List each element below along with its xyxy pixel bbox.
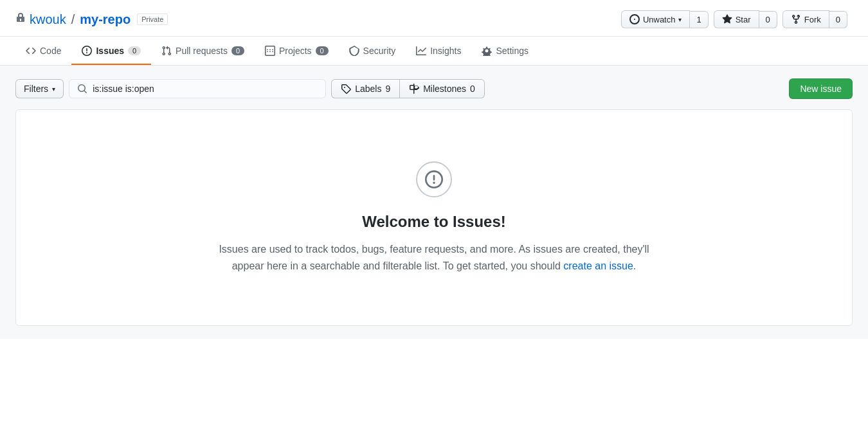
tab-security[interactable]: Security [339,37,406,65]
watch-chevron: ▾ [678,16,682,23]
star-count: 0 [759,11,777,28]
star-button[interactable]: Star [714,10,759,28]
tab-code-label: Code [40,46,61,56]
milestones-button[interactable]: Milestones 0 [400,79,485,98]
tab-code[interactable]: Code [15,37,71,65]
repo-title: kwouk / my-repo Private [15,12,168,27]
tab-issues[interactable]: Issues 0 [71,37,151,65]
private-badge: Private [137,14,168,25]
tab-settings[interactable]: Settings [471,37,539,65]
tab-pullrequests-label: Pull requests [176,46,228,56]
labels-count: 9 [385,84,390,94]
milestones-label: Milestones [423,84,466,94]
tab-projects-count: 0 [316,46,329,55]
fork-label: Fork [804,15,821,24]
main-content: Filters ▾ Labels 9 [0,66,868,339]
watch-button[interactable]: Unwatch ▾ [621,10,691,28]
fork-count: 0 [829,11,847,28]
empty-desc-suffix: . [633,260,636,271]
search-input[interactable] [93,84,318,94]
fork-group: Fork 0 [782,10,847,28]
star-group: Star 0 [714,10,777,28]
tab-projects-label: Projects [279,46,312,56]
search-bar [69,79,326,98]
tab-insights-label: Insights [430,46,461,56]
repo-separator: / [71,12,75,27]
repo-owner-link[interactable]: kwouk [30,12,66,27]
star-label: Star [736,15,751,24]
tab-pullrequests-count: 0 [231,46,244,55]
empty-state-title: Welcome to Issues! [362,213,506,231]
labels-button[interactable]: Labels 9 [331,79,400,98]
labels-icon [341,84,351,94]
filters-chevron-icon: ▾ [52,86,55,93]
tab-pull-requests[interactable]: Pull requests 0 [151,37,255,65]
milestones-count: 0 [470,84,475,94]
fork-button[interactable]: Fork [782,10,829,28]
empty-state-icon [416,161,452,197]
filters-label: Filters [24,84,48,94]
repo-actions: Unwatch ▾ 1 Star 0 [621,10,853,28]
issue-icon [425,170,443,188]
nav-tabs: Code Issues 0 Pull requests 0 Projects 0 [0,37,868,66]
filters-button[interactable]: Filters ▾ [15,79,64,98]
tab-settings-label: Settings [496,46,529,56]
search-icon [77,84,87,94]
labels-milestones-group: Labels 9 Milestones 0 [331,79,485,98]
watch-group: Unwatch ▾ 1 [621,10,709,28]
new-issue-label: New issue [800,84,842,94]
empty-state: Welcome to Issues! Issues are used to tr… [16,110,852,325]
empty-state-description: Issues are used to track todos, bugs, fe… [203,241,665,274]
filters-bar: Filters ▾ Labels 9 [15,78,853,99]
watch-count: 1 [690,11,708,28]
milestones-icon [409,84,419,94]
tab-security-label: Security [363,46,396,56]
repo-name-link[interactable]: my-repo [80,12,131,27]
watch-label: Unwatch [643,15,676,24]
tab-issues-count: 0 [128,46,141,55]
create-issue-link[interactable]: create an issue [563,260,633,271]
lock-icon [15,13,26,26]
new-issue-button[interactable]: New issue [789,78,853,99]
tab-insights[interactable]: Insights [406,37,471,65]
labels-label: Labels [355,84,381,94]
tab-issues-label: Issues [96,46,124,56]
issues-container: Welcome to Issues! Issues are used to tr… [15,109,853,326]
tab-projects[interactable]: Projects 0 [255,37,339,65]
